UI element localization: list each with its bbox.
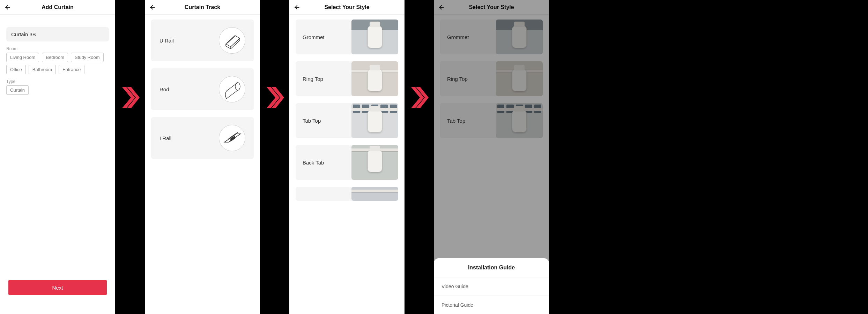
style-thumb-ring-top (351, 61, 398, 96)
sheet-item-pictorial-guide[interactable]: Pictorial Guide (434, 296, 549, 314)
form-content: Room Living Room Bedroom Study Room Offi… (0, 15, 115, 101)
style-label: Grommet (296, 34, 351, 40)
screen-curtain-track: Curtain Track U Rail Rod (145, 0, 260, 314)
style-option-grommet[interactable]: Grommet (296, 20, 398, 54)
track-option-u-rail[interactable]: U Rail (151, 20, 254, 61)
track-list: U Rail Rod I R (145, 15, 260, 171)
page-title: Add Curtain (0, 4, 115, 10)
style-option-ring-top[interactable]: Ring Top (296, 61, 398, 96)
track-option-i-rail[interactable]: I Rail (151, 117, 254, 159)
room-section-label: Room (6, 46, 109, 51)
i-rail-icon (219, 125, 245, 151)
room-chip[interactable]: Entrance (59, 65, 84, 74)
room-chip[interactable]: Study Room (71, 53, 104, 62)
back-button[interactable] (145, 0, 159, 15)
track-option-rod[interactable]: Rod (151, 68, 254, 110)
style-thumb-tab-top (351, 103, 398, 138)
flow-arrow-icon (411, 87, 429, 108)
page-title: Select Your Style (289, 4, 405, 10)
track-label: I Rail (159, 135, 171, 141)
style-option-partial[interactable] (296, 187, 398, 201)
room-chip-group: Living Room Bedroom Study Room Office Ba… (6, 53, 109, 74)
flow-arrow-icon (122, 87, 140, 108)
type-chip[interactable]: Curtain (6, 85, 29, 95)
room-chip[interactable]: Office (6, 65, 26, 74)
room-chip[interactable]: Bedroom (42, 53, 68, 62)
installation-guide-sheet: Installation Guide Video Guide Pictorial… (434, 258, 549, 314)
u-rail-icon (219, 27, 245, 54)
style-option-tab-top[interactable]: Tab Top (296, 103, 398, 138)
curtain-name-input[interactable] (6, 27, 109, 41)
type-chip-group: Curtain (6, 85, 109, 95)
screen-select-style-with-sheet: Select Your Style Grommet Ring Top Tab T… (434, 0, 549, 314)
sheet-item-video-guide[interactable]: Video Guide (434, 277, 549, 296)
header: Select Your Style (289, 0, 405, 15)
back-button[interactable] (0, 0, 15, 15)
style-thumb-back-tab (351, 145, 398, 180)
room-chip[interactable]: Living Room (6, 53, 39, 62)
back-arrow-icon (149, 4, 156, 11)
next-button[interactable]: Next (8, 280, 107, 295)
sheet-title: Installation Guide (434, 265, 549, 277)
screen-select-style: Select Your Style Grommet Ring Top Tab T… (289, 0, 405, 314)
style-list: Grommet Ring Top Tab Top Back Tab (289, 15, 405, 206)
style-label: Ring Top (296, 76, 351, 82)
header: Add Curtain (0, 0, 115, 15)
style-thumb-grommet (351, 20, 398, 54)
back-arrow-icon (293, 4, 300, 11)
screen-add-curtain: Add Curtain Room Living Room Bedroom Stu… (0, 0, 115, 314)
rod-icon (219, 76, 245, 102)
style-thumb-partial (351, 187, 398, 201)
style-label: Tab Top (296, 118, 351, 124)
back-arrow-icon (4, 4, 11, 11)
header: Curtain Track (145, 0, 260, 15)
track-label: Rod (159, 86, 169, 92)
style-label: Back Tab (296, 160, 351, 166)
room-chip[interactable]: Bathroom (29, 65, 56, 74)
style-option-back-tab[interactable]: Back Tab (296, 145, 398, 180)
flow-arrow-icon (267, 87, 284, 108)
back-button[interactable] (289, 0, 304, 15)
type-section-label: Type (6, 79, 109, 84)
page-title: Curtain Track (145, 4, 260, 10)
track-label: U Rail (159, 38, 174, 44)
